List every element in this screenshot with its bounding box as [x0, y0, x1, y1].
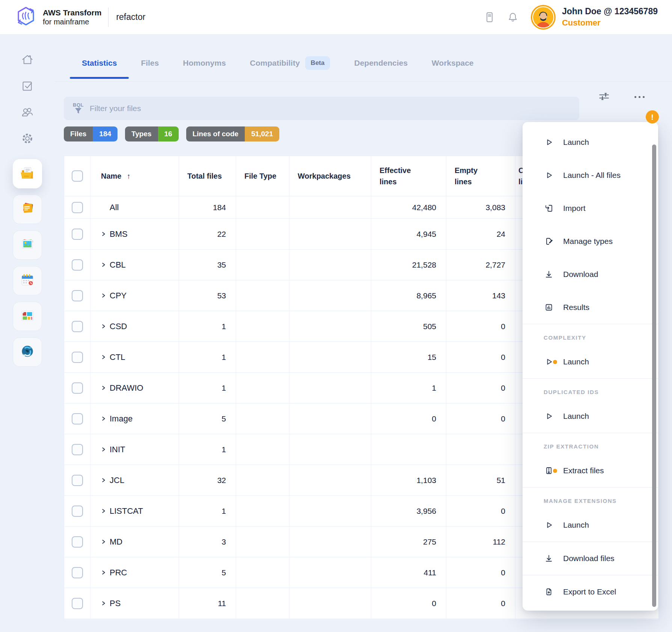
play-icon [544, 521, 553, 530]
row-checkbox[interactable] [72, 259, 83, 271]
bar-chart-icon [544, 303, 553, 312]
menu-item-complexity-launch[interactable]: Launch [523, 345, 658, 378]
home-icon[interactable] [20, 53, 35, 67]
menu-section-manage-extensions: MANAGE EXTENSIONS [523, 493, 658, 509]
gear-icon[interactable] [20, 131, 35, 146]
task-check-icon[interactable] [20, 79, 35, 93]
users-icon[interactable] [20, 105, 35, 119]
expand-chevron-icon[interactable] [101, 385, 106, 390]
expand-chevron-icon[interactable] [101, 447, 106, 452]
product-name: refactor [116, 12, 145, 22]
expand-chevron-icon[interactable] [101, 509, 106, 513]
filter-bar: BQL [64, 97, 579, 120]
select-all-checkbox[interactable] [72, 170, 83, 182]
user-role: Customer [562, 17, 658, 29]
folder-open-icon [19, 164, 36, 183]
column-settings-sliders-icon[interactable] [598, 90, 610, 103]
app-subtitle: for mainframe [43, 17, 101, 26]
sidebar-item-images[interactable] [13, 230, 42, 260]
column-header-file-type[interactable]: File Type [236, 156, 289, 196]
play-icon [544, 412, 553, 421]
row-checkbox[interactable] [72, 598, 83, 609]
brand-divider [108, 8, 108, 27]
more-actions-ellipsis-icon[interactable] [632, 91, 646, 103]
actions-menu: Launch Launch - All files Import Manage … [523, 122, 658, 611]
beta-badge: Beta [305, 56, 330, 70]
alert-badge[interactable]: ! [646, 110, 659, 123]
expand-chevron-icon[interactable] [101, 355, 106, 360]
row-checkbox[interactable] [72, 413, 83, 424]
row-checkbox[interactable] [72, 321, 83, 332]
column-header-empty-lines[interactable]: Empty lines [446, 156, 515, 196]
expand-chevron-icon[interactable] [101, 416, 106, 421]
menu-item-launch-all-files[interactable]: Launch - All files [523, 159, 658, 192]
docs-icon[interactable] [483, 11, 496, 24]
expand-chevron-icon[interactable] [101, 601, 106, 606]
play-icon [544, 138, 553, 147]
row-checkbox[interactable] [72, 352, 83, 363]
row-checkbox[interactable] [72, 382, 83, 394]
expand-chevron-icon[interactable] [101, 539, 106, 544]
tab-statistics[interactable]: Statistics [70, 44, 129, 82]
menu-item-import[interactable]: Import [523, 192, 658, 225]
sidebar-item-dashboard[interactable] [13, 302, 42, 331]
photos-icon [19, 236, 36, 254]
sidebar-item-sync[interactable] [13, 337, 42, 367]
sidebar-item-files[interactable] [13, 159, 42, 188]
row-checkbox[interactable] [72, 290, 83, 301]
summary-chips: Files 184 Types 16 Lines of code 51,021 [64, 126, 279, 141]
row-checkbox[interactable] [72, 475, 83, 486]
menu-item-manage-types[interactable]: Manage types [523, 225, 658, 258]
sidebar-item-notes[interactable] [13, 195, 42, 224]
row-checkbox[interactable] [72, 506, 83, 517]
column-header-effective-lines[interactable]: Effective lines [371, 156, 446, 196]
row-checkbox[interactable] [72, 202, 83, 213]
menu-divider [523, 433, 658, 433]
menu-section-complexity: COMPLEXITY [523, 330, 658, 345]
menu-section-zip-extraction: ZIP EXTRACTION [523, 438, 658, 454]
column-header-workpackages[interactable]: Workpackages [289, 156, 371, 196]
notifications-bell-icon[interactable] [506, 11, 519, 24]
filter-files-input[interactable] [90, 104, 570, 113]
menu-item-duplicated-ids-launch[interactable]: Launch [523, 400, 658, 433]
sort-ascending-icon[interactable]: ↑ [127, 170, 130, 182]
menu-section-duplicated-ids: DUPLICATED IDS [523, 384, 658, 400]
menu-item-results[interactable]: Results [523, 291, 658, 324]
tab-compatibility[interactable]: Compatibility Beta [238, 44, 342, 82]
column-header-name[interactable]: Name ↑ [90, 156, 179, 196]
expand-chevron-icon[interactable] [101, 570, 106, 575]
bql-label: BQL [73, 102, 84, 107]
menu-divider [523, 324, 658, 324]
tab-dependencies[interactable]: Dependencies [342, 44, 419, 82]
expand-chevron-icon[interactable] [101, 262, 106, 267]
tab-workspace[interactable]: Workspace [420, 44, 486, 82]
row-checkbox[interactable] [72, 229, 83, 240]
expand-chevron-icon[interactable] [101, 478, 106, 483]
menu-item-extract-files[interactable]: Extract files [523, 454, 658, 487]
menu-item-download[interactable]: Download [523, 258, 658, 291]
user-avatar[interactable] [530, 5, 556, 30]
top-bar: AWS Transform for mainframe refactor [0, 0, 672, 35]
sidebar [0, 35, 55, 632]
sidebar-nav-icons [20, 53, 35, 146]
expand-chevron-icon[interactable] [101, 293, 106, 298]
user-block: John Doe @ 123456789 Customer [562, 6, 658, 29]
sidebar-item-calendar[interactable] [13, 266, 42, 295]
menu-item-export-to-excel[interactable]: Export to Excel [523, 575, 658, 608]
menu-scrollbar[interactable] [652, 144, 656, 607]
import-icon [544, 204, 553, 213]
menu-item-launch[interactable]: Launch [523, 126, 658, 159]
menu-item-download-files[interactable]: Download files [523, 542, 658, 575]
row-checkbox[interactable] [72, 444, 83, 455]
menu-item-manage-extensions-launch[interactable]: Launch [523, 509, 658, 542]
brand: AWS Transform for mainframe refactor [15, 6, 145, 29]
row-checkbox[interactable] [72, 536, 83, 548]
row-checkbox[interactable] [72, 567, 83, 578]
expand-chevron-icon[interactable] [101, 324, 106, 329]
column-header-total-files[interactable]: Total files [179, 156, 236, 196]
tab-homonyms[interactable]: Homonyms [171, 44, 238, 82]
bql-filter-icon: BQL [73, 102, 84, 114]
tab-files[interactable]: Files [129, 44, 171, 82]
expand-chevron-icon[interactable] [101, 232, 106, 236]
files-count-chip: Files 184 [64, 126, 118, 141]
